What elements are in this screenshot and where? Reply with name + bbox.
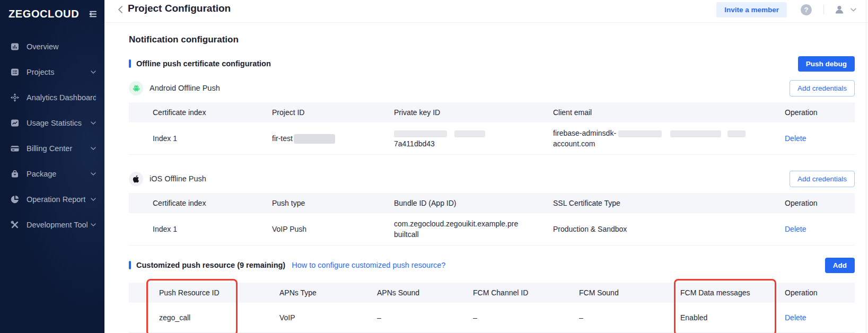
operation-cell: Delete — [785, 122, 855, 155]
column-header-certificate-index: Certificate index — [129, 102, 272, 122]
certificate-index-cell: Index 1 — [129, 122, 272, 155]
delete-link[interactable]: Delete — [785, 313, 806, 322]
android-add-credentials-button[interactable]: Add credentials — [790, 80, 855, 97]
sidebar-collapse-icon[interactable] — [87, 9, 98, 19]
ssl-certificate-type-cell: Production & Sandbox — [553, 213, 785, 246]
avatar[interactable] — [834, 4, 845, 15]
analytics-dashboard-icon — [10, 93, 20, 103]
sidebar: ZEGOCLOUD Overview Projects — [0, 0, 104, 333]
customized-table-header-row: Push Resource ID APNs Type APNs Sound FC… — [129, 283, 855, 303]
sidebar-item-projects[interactable]: Projects — [0, 59, 104, 85]
usage-statistics-icon — [10, 118, 20, 128]
column-header-operation: Operation — [785, 102, 855, 122]
billing-center-icon — [10, 144, 20, 154]
topbar-divider — [823, 5, 824, 14]
client-email-cell: firebase-adminsdk- account.com — [553, 122, 785, 155]
bundle-id-cell: com.zegocloud.zegouikit.example.prebuilt… — [394, 213, 553, 246]
chevron-down-icon — [91, 198, 96, 201]
delete-link[interactable]: Delete — [785, 134, 806, 143]
column-header-operation: Operation — [785, 193, 855, 213]
sidebar-item-label: Billing Center — [27, 144, 87, 153]
page-title: Project Configuration — [128, 2, 231, 15]
column-header-ssl-certificate-type: SSL Certificate Type — [553, 193, 785, 213]
offline-push-section-header: Offline push certificate configuration P… — [129, 56, 855, 72]
project-id-cell: fir-test — [272, 122, 394, 155]
section-accent-bar — [129, 261, 131, 269]
column-header-push-type: Push type — [272, 193, 394, 213]
column-header-operation: Operation — [785, 283, 855, 303]
development-tools-icon — [10, 220, 20, 230]
how-to-configure-link[interactable]: How to configure customized push resourc… — [292, 261, 445, 269]
topbar-actions: Invite a member ? — [716, 2, 856, 17]
overview-icon — [10, 42, 20, 52]
delete-link[interactable]: Delete — [785, 225, 806, 233]
private-key-id-cell: 7a411dbd43 — [394, 122, 553, 155]
notification-configuration-heading: Notification configuration — [129, 34, 855, 45]
android-table-row: Index 1 fir-test 7a411dbd43 firebase-adm… — [129, 122, 855, 155]
ios-offline-push-row: iOS Offline Push Add credentials — [129, 171, 855, 187]
ios-table-row: Index 1 VoIP Push com.zegocloud.zegouiki… — [129, 213, 855, 246]
column-header-apns-type: APNs Type — [279, 283, 377, 303]
offline-push-section-title: Offline push certificate configuration — [136, 59, 271, 68]
android-icon — [129, 81, 143, 95]
sidebar-item-label: Package — [27, 170, 87, 178]
column-header-bundle-id: Bundle ID (App ID) — [394, 193, 553, 213]
sidebar-item-analytics-dashboard[interactable]: Analytics Dashboard — [0, 85, 104, 110]
main-area: Project Configuration Invite a member ? … — [104, 0, 868, 333]
redacted-text — [454, 130, 485, 137]
sidebar-item-operation-report[interactable]: Operation Report — [0, 187, 104, 212]
column-header-client-email: Client email — [553, 102, 785, 122]
column-header-fcm-sound: FCM Sound — [579, 283, 680, 303]
sidebar-item-development-tools[interactable]: Development Tools — [0, 212, 104, 238]
package-icon — [10, 169, 20, 179]
push-debug-button[interactable]: Push debug — [798, 56, 855, 72]
operation-cell: Delete — [785, 213, 855, 246]
redacted-text — [670, 130, 721, 137]
chevron-down-icon — [91, 147, 96, 150]
column-header-push-resource-id: Push Resource ID — [129, 283, 279, 303]
android-push-table: Certificate index Project ID Private key… — [129, 102, 855, 155]
column-header-apns-sound: APNs Sound — [377, 283, 473, 303]
apns-type-cell: VoIP — [279, 303, 377, 333]
zegocloud-logo: ZEGOCLOUD — [8, 8, 79, 20]
sidebar-logo-row: ZEGOCLOUD — [0, 0, 104, 25]
sidebar-item-overview[interactable]: Overview — [0, 34, 104, 59]
back-icon[interactable] — [117, 3, 124, 16]
sidebar-item-billing-center[interactable]: Billing Center — [0, 136, 104, 161]
redacted-text — [294, 134, 335, 144]
sidebar-item-label: Analytics Dashboard — [27, 93, 96, 102]
customized-push-section-header: Customized push resource (9 remaining) H… — [129, 257, 855, 273]
operation-cell: Delete — [785, 303, 855, 333]
redacted-text — [727, 130, 746, 137]
column-header-fcm-data-messages: FCM Data messages — [680, 283, 785, 303]
section-accent-bar — [129, 59, 131, 68]
content-area: Notification configuration Offline push … — [104, 23, 868, 333]
scroll-track — [866, 0, 866, 333]
sidebar-item-label: Projects — [27, 68, 87, 76]
help-icon[interactable]: ? — [801, 4, 812, 15]
sidebar-item-usage-statistics[interactable]: Usage Statistics — [0, 110, 104, 136]
ios-push-table: Certificate index Push type Bundle ID (A… — [129, 193, 855, 246]
column-header-certificate-index: Certificate index — [129, 193, 272, 213]
sidebar-item-package[interactable]: Package — [0, 161, 104, 187]
customized-table-row: zego_call VoIP – – – Enabled Delete — [129, 303, 855, 333]
sidebar-item-label: Operation Report — [27, 195, 87, 204]
sidebar-item-label: Usage Statistics — [27, 119, 87, 127]
sidebar-nav: Overview Projects Analytics Dashboard — [0, 34, 104, 238]
chevron-down-icon — [91, 121, 96, 125]
ios-add-credentials-button[interactable]: Add credentials — [790, 171, 855, 187]
push-type-cell: VoIP Push — [272, 213, 394, 246]
column-header-fcm-channel-id: FCM Channel ID — [473, 283, 579, 303]
apple-icon — [129, 172, 143, 186]
redacted-text — [618, 130, 662, 137]
ios-table-header-row: Certificate index Push type Bundle ID (A… — [129, 193, 855, 213]
operation-report-icon — [10, 195, 20, 205]
certificate-index-cell: Index 1 — [129, 213, 272, 246]
chevron-down-icon[interactable] — [851, 8, 856, 12]
customized-push-section-title: Customized push resource (9 remaining) — [136, 261, 285, 269]
add-push-resource-button[interactable]: Add — [825, 258, 855, 273]
sidebar-item-label: Overview — [27, 42, 96, 51]
chevron-down-icon — [91, 223, 96, 226]
invite-member-button[interactable]: Invite a member — [716, 2, 787, 17]
fcm-sound-cell: – — [579, 303, 680, 333]
